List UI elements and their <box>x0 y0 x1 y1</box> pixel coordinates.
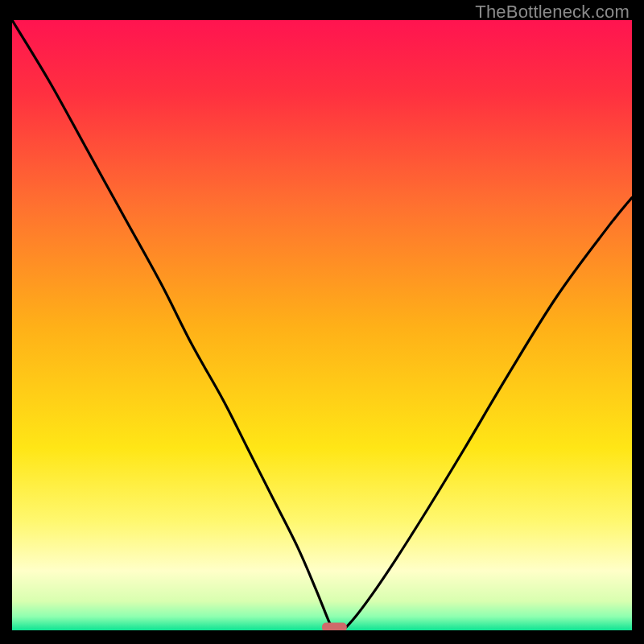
chart-frame: TheBottleneck.com <box>0 0 644 644</box>
watermark-label: TheBottleneck.com <box>475 2 630 23</box>
plot-area <box>12 20 632 632</box>
bottleneck-chart <box>12 20 632 632</box>
